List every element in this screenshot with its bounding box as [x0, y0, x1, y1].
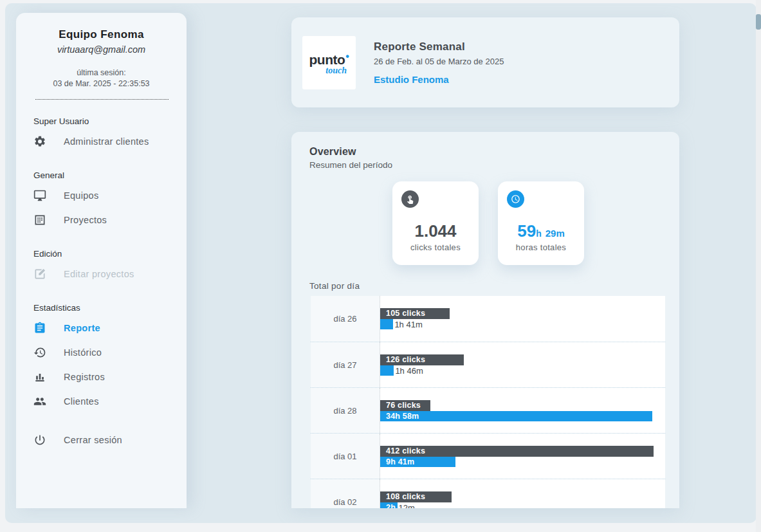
total-clicks-value: 1.044: [392, 221, 479, 241]
hours-bar: [380, 319, 393, 329]
hours-track: 1h 46m: [380, 365, 665, 376]
sidebar-nav: Super Usuario Administrar clientes Gener…: [16, 116, 187, 452]
sidebar-item-reporte[interactable]: Reporte: [33, 316, 180, 340]
sidebar-item-registros[interactable]: Registros: [33, 365, 180, 389]
edit-square-icon: [33, 268, 46, 280]
sidebar-item-clientes[interactable]: Clientes: [33, 389, 180, 414]
chart-row-day-label: día 28: [311, 388, 380, 433]
section-edicion: Edición: [33, 249, 180, 259]
sidebar-item-label: Administrar clientes: [64, 136, 149, 147]
report-date-range: 26 de Feb. al 05 de Marzo de 2025: [374, 57, 504, 66]
app-background: Equipo Fenoma virtuaarq@gmail.com última…: [5, 3, 756, 523]
chart-row: día 02 108 clicks 2h 12m: [311, 479, 665, 508]
hours-bar: 34h 58m: [380, 411, 652, 421]
clock-icon: [507, 190, 524, 208]
sidebar-item-equipos[interactable]: Equipos: [33, 183, 180, 208]
report-icon: [33, 322, 46, 335]
overview-subtitle: Resumen del período: [309, 160, 661, 170]
chart-row-bars: 76 clicks 34h 58m: [380, 388, 665, 433]
last-session-label: última sesión:: [16, 68, 187, 78]
sidebar-item-label: Histórico: [64, 347, 102, 358]
chart-row-day-label: día 27: [311, 342, 380, 387]
stat-card-clicks: 1.044 clicks totales: [392, 181, 479, 265]
bar-chart-icon: [33, 371, 46, 383]
last-session-value: 03 de Mar. 2025 - 22:35:53: [16, 78, 187, 89]
overview-card: Overview Resumen del período 1.044 click…: [291, 132, 679, 508]
chart-row-bars: 105 clicks 1h 41m: [380, 296, 665, 342]
page-scrollbar[interactable]: [756, 0, 761, 532]
hours-bar-outside-label: 1h 46m: [395, 366, 423, 376]
building-grid-icon: [33, 214, 46, 226]
sidebar-item-cerrar-sesion[interactable]: Cerrar sesión: [33, 428, 180, 452]
sidebar-item-administrar-clientes[interactable]: Administrar clientes: [33, 129, 180, 154]
chart-row: día 01 412 clicks 9h 41m: [311, 433, 665, 479]
clicks-bar: 126 clicks: [380, 354, 464, 365]
sidebar-item-label: Proyectos: [64, 215, 107, 225]
clicks-bar: 108 clicks: [380, 491, 452, 502]
section-estadisticas: Estadísticas: [33, 303, 180, 313]
overview-title: Overview: [309, 146, 661, 158]
sidebar-item-label: Equipos: [64, 190, 99, 201]
clicks-bar: 412 clicks: [380, 446, 654, 457]
sidebar-item-editar-proyectos[interactable]: Editar proyectos: [33, 262, 180, 286]
hours-track: 2h 12m: [380, 502, 665, 508]
hours-track: 9h 41m: [380, 457, 665, 467]
hours-track: 34h 58m: [380, 411, 665, 421]
tap-click-icon: [401, 190, 419, 208]
people-icon: [33, 395, 46, 408]
chart-row-bars: 126 clicks 1h 46m: [380, 342, 665, 387]
hours-bar: 9h 41m: [380, 457, 455, 467]
sidebar-item-proyectos[interactable]: Proyectos: [33, 208, 180, 232]
sidebar-item-label: Cerrar sesión: [64, 435, 122, 445]
sidebar-divider: [35, 99, 169, 100]
logo-text-punto: punto: [309, 52, 345, 67]
sidebar-item-label: Editar proyectos: [64, 269, 134, 279]
history-icon: [33, 346, 46, 359]
report-header-card: punto• touch Reporte Semanal 26 de Feb. …: [291, 17, 679, 107]
team-name: Equipo Fenoma: [16, 28, 187, 41]
section-super-usuario: Super Usuario: [33, 116, 180, 126]
sidebar-item-historico[interactable]: Histórico: [33, 340, 180, 365]
chart-title: Total por día: [309, 281, 360, 291]
section-general: General: [33, 170, 180, 180]
chart-row: día 28 76 clicks 34h 58m: [311, 387, 665, 433]
sidebar-item-label: Reporte: [64, 323, 100, 333]
stats-row: 1.044 clicks totales 59h29m horas totale…: [392, 181, 584, 265]
monitor-icon: [33, 189, 46, 202]
chart-row: día 26 105 clicks 1h 41m: [311, 296, 665, 342]
logo-text-touch: touch: [325, 66, 347, 75]
clicks-bar: 76 clicks: [380, 400, 430, 411]
scrollbar-thumb[interactable]: [756, 14, 761, 30]
sidebar-item-label: Registros: [64, 372, 105, 382]
page-title: Reporte Semanal: [374, 41, 504, 53]
client-link[interactable]: Estudio Fenoma: [374, 74, 504, 85]
clicks-bar: 105 clicks: [380, 308, 450, 319]
chart-row-day-label: día 02: [311, 479, 380, 508]
sidebar: Equipo Fenoma virtuaarq@gmail.com última…: [16, 13, 187, 508]
punto-touch-logo: punto• touch: [302, 36, 356, 89]
logo-dot: •: [345, 51, 349, 62]
total-clicks-label: clicks totales: [392, 243, 479, 252]
total-hours-value: 59h29m: [498, 221, 584, 241]
chart-row-bars: 108 clicks 2h 12m: [380, 479, 665, 508]
chart-row-day-label: día 01: [311, 434, 380, 479]
hours-track: 1h 41m: [380, 319, 665, 329]
chart-row-day-label: día 26: [311, 296, 380, 342]
sidebar-item-label: Clientes: [64, 396, 99, 407]
chart-row: día 27 126 clicks 1h 46m: [311, 342, 665, 387]
total-hours-label: horas totales: [498, 243, 584, 252]
hours-bar-outside-label: 12m: [399, 503, 415, 509]
team-email: virtuaarq@gmail.com: [16, 44, 187, 55]
chart-table: día 26 105 clicks 1h 41m día 27 126 clic…: [311, 296, 665, 508]
hours-bar: [380, 365, 394, 376]
hours-bar: 2h: [380, 502, 398, 508]
hours-bar-outside-label: 1h 41m: [394, 320, 422, 329]
chart-row-bars: 412 clicks 9h 41m: [380, 434, 665, 479]
stat-card-hours: 59h29m horas totales: [498, 181, 584, 265]
gear-icon: [33, 135, 46, 148]
power-icon: [33, 434, 46, 446]
